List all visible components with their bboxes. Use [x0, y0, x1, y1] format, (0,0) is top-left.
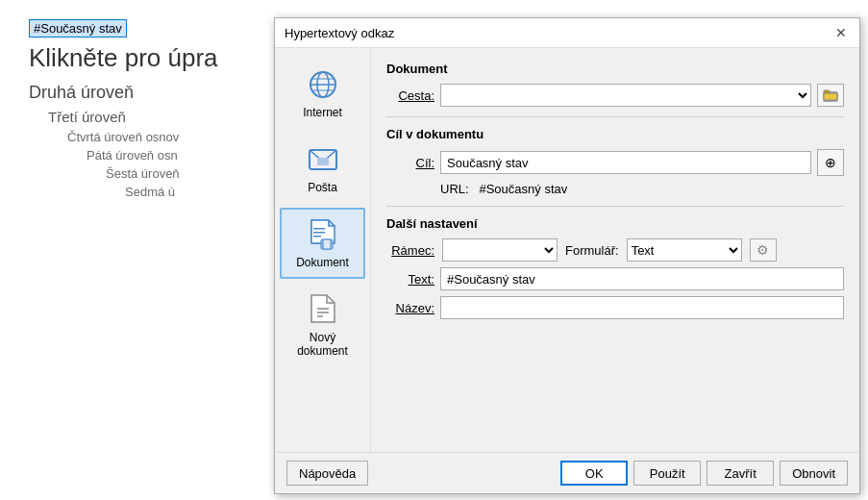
svg-rect-7: [317, 158, 329, 165]
cesta-row: Cesta:: [386, 84, 844, 107]
dialog-title: Hypertextový odkaz: [285, 26, 394, 40]
url-value: #Současný stav: [479, 182, 567, 196]
cil-label: Cíl:: [386, 156, 434, 170]
divider-1: [386, 116, 844, 117]
dokument-section-title: Dokument: [386, 62, 844, 76]
right-panel: Dokument Cesta:: [371, 48, 859, 452]
footer-right-buttons: OK Použít Zavřít Obnovit: [560, 461, 848, 486]
formular-label: Formulář:: [565, 243, 619, 258]
cesta-label: Cesta:: [386, 88, 434, 103]
dialog-titlebar: Hypertextový odkaz ✕: [275, 18, 859, 48]
nav-item-internet[interactable]: Internet: [280, 58, 365, 129]
cesta-select[interactable]: [440, 84, 811, 107]
napoveda-button[interactable]: Nápověda: [286, 461, 368, 486]
nazev-label: Název:: [386, 301, 434, 315]
posta-label: Pošta: [308, 181, 337, 194]
formular-select[interactable]: Text: [627, 238, 742, 262]
svg-rect-14: [323, 239, 331, 249]
nav-item-posta[interactable]: Pošta: [280, 133, 365, 204]
dialog-overlay: Hypertextový odkaz ✕: [0, 0, 868, 500]
zavrit-button[interactable]: Zavřít: [707, 461, 774, 486]
posta-icon: [306, 142, 340, 177]
browse-button[interactable]: [817, 84, 844, 107]
text-field-label: Text:: [386, 272, 434, 287]
ramec-select[interactable]: [442, 238, 558, 262]
ramec-label: Rámec:: [386, 243, 434, 258]
svg-rect-21: [824, 93, 837, 100]
nav-item-dokument[interactable]: Dokument: [280, 208, 365, 279]
url-row: URL: #Současný stav: [440, 182, 844, 196]
target-icon-button[interactable]: ⊕: [817, 149, 844, 176]
nazev-input[interactable]: [440, 296, 844, 319]
dialog-footer: Nápověda OK Použít Zavřít Obnovit: [275, 452, 859, 493]
text-row: Text:: [386, 267, 844, 290]
cil-section-title: Cíl v dokumentu: [386, 127, 844, 141]
dokument-label: Dokument: [296, 256, 349, 269]
url-label: URL:: [440, 182, 469, 196]
dokument-icon: [306, 217, 340, 252]
pouzit-button[interactable]: Použít: [633, 461, 701, 486]
novy-dokument-icon: [306, 292, 340, 327]
nav-panel: Internet Pošta: [275, 48, 371, 452]
nav-item-novy-dokument[interactable]: Nový dokument: [280, 283, 365, 367]
ramec-row: Rámec: Formulář: Text ⚙: [386, 238, 844, 262]
internet-label: Internet: [303, 106, 342, 119]
dalsi-section-title: Další nastavení: [386, 216, 844, 231]
ok-button[interactable]: OK: [560, 461, 628, 486]
svg-rect-12: [313, 236, 321, 238]
nazev-row: Název:: [386, 296, 844, 319]
svg-rect-11: [313, 232, 325, 234]
dialog-body: Internet Pošta: [275, 48, 859, 452]
svg-rect-10: [313, 228, 325, 230]
obnovit-button[interactable]: Obnovit: [780, 461, 848, 486]
divider-2: [386, 206, 844, 207]
cil-row: Cíl: ⊕: [386, 149, 844, 176]
novy-dokument-label: Nový dokument: [287, 331, 358, 358]
hyperlink-dialog: Hypertextový odkaz ✕: [274, 17, 860, 494]
cil-input[interactable]: [440, 151, 811, 174]
internet-icon: [306, 67, 340, 102]
gear-button[interactable]: ⚙: [750, 238, 777, 262]
close-button[interactable]: ✕: [832, 24, 850, 41]
text-input[interactable]: [440, 267, 844, 290]
